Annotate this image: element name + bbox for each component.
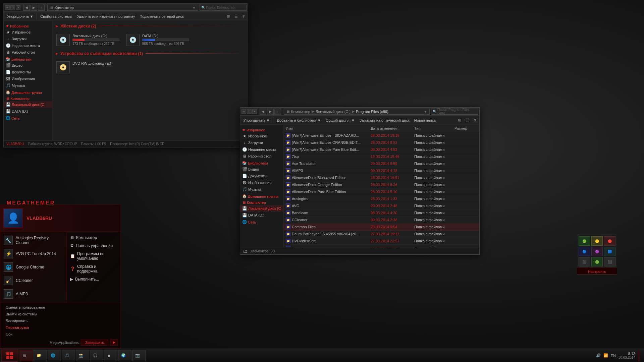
back-button-1[interactable]: ◀ xyxy=(23,5,30,11)
share-button-2[interactable]: Общий доступ ▼ xyxy=(324,117,357,124)
show-desktop-button[interactable] xyxy=(638,350,640,361)
maximize-button-1[interactable]: □ xyxy=(10,5,15,10)
start-item-auslogics[interactable]: 🔧 Auslogics Registry Cleaner xyxy=(0,234,66,247)
thumb-item-1[interactable]: 🟢 xyxy=(579,236,590,246)
c-drive-item[interactable]: 💿 Локальный диск (С:) 173 ГБ свободно из… xyxy=(55,33,121,47)
footer-logout[interactable]: Выйти из системы xyxy=(3,311,118,317)
sidebar-item-music[interactable]: 🎵 Музыка xyxy=(4,82,52,89)
sidebar-item-docs[interactable]: 📄 Документы xyxy=(4,69,52,75)
thumb-item-2[interactable]: 🟡 xyxy=(591,236,603,246)
taskbar-item-media[interactable]: 🎵 xyxy=(62,350,75,361)
dvd-drive-item[interactable]: 📀 DVD RW дисковод (E:) xyxy=(55,60,115,75)
view-icons-button-2[interactable]: ⊞ xyxy=(456,117,463,124)
tray-icon-2[interactable]: 📶 xyxy=(603,353,608,358)
properties-button-1[interactable]: Свойства системы xyxy=(38,13,74,20)
help-button-1[interactable]: ? xyxy=(240,13,247,20)
sidebar-item-d-drive[interactable]: 💾 DATA (D:) xyxy=(4,108,52,115)
w2-sidebar-d-drive[interactable]: 💾 DATA (D:) xyxy=(240,212,283,219)
col-date-header[interactable]: Дата изменения xyxy=(369,126,412,131)
taskbar-item-7[interactable]: ⏺ xyxy=(104,350,117,361)
w2-sidebar-music[interactable]: 🎵 Музыка xyxy=(240,186,283,193)
file-row[interactable]: 📁 [Win7]Alienware Eclipse –BIOHAZARD... … xyxy=(284,132,479,139)
file-row[interactable]: 📁 Bandicam 08.03.2014 4:30 Папка с файла… xyxy=(284,209,479,217)
taskbar-item-ie[interactable]: 🌐 xyxy=(48,350,61,361)
file-row[interactable]: 📁 Google 09.03.2014 19:01 Папка с файлам… xyxy=(284,245,479,247)
file-row[interactable]: 📁 AlienwareDock Orange Edition 28.03.201… xyxy=(284,181,479,188)
power-options-button[interactable]: ▶ xyxy=(110,339,118,346)
minimize-button-1[interactable]: ─ xyxy=(5,5,10,10)
thumb-item-8[interactable]: 🟢 xyxy=(591,257,603,266)
file-row[interactable]: 📁 CCleaner 09.03.2014 2:38 Папка с файла… xyxy=(284,217,479,224)
thumb-item-3[interactable]: 🔴 xyxy=(604,236,615,246)
taskbar-item-folder1[interactable]: 🖥 xyxy=(19,350,33,361)
new-folder-button-2[interactable]: Новая папка xyxy=(412,117,438,124)
thumb-item-6[interactable]: 🟦 xyxy=(604,247,615,256)
w2-sidebar-docs[interactable]: 📄 Документы xyxy=(240,173,283,179)
sidebar-item-favorites[interactable]: ★ Избранное xyxy=(4,29,52,36)
close-button-1[interactable]: ✕ xyxy=(16,5,20,10)
file-row[interactable]: 📁 [Win7]Alienware Eclipse ORANGE EDIT...… xyxy=(284,139,479,146)
organize-button-2[interactable]: Упорядочить ▼ xyxy=(241,117,272,124)
thumb-item-5[interactable]: 🟣 xyxy=(591,247,603,256)
taskbar-item-folder2[interactable]: 📁 xyxy=(34,350,47,361)
file-row[interactable]: 📁 Common Files 29.03.2014 9:54 Папка с ф… xyxy=(284,224,479,231)
w2-sidebar-images[interactable]: 🖼 Изображения xyxy=(240,179,283,186)
footer-lock[interactable]: Блокировать xyxy=(3,318,118,324)
uninstall-button-1[interactable]: Удалить или изменить программу xyxy=(75,13,137,20)
footer-restart[interactable]: Перезагрузка xyxy=(3,324,118,330)
sidebar-item-desktop[interactable]: 🖥 Рабочий стол xyxy=(4,49,52,56)
w2-sidebar-downloads[interactable]: ↓ Загрузки xyxy=(240,139,283,146)
col-size-header[interactable]: Размер xyxy=(452,126,479,131)
start-right-default-programs[interactable]: 📋 Программы по умолчанию xyxy=(67,250,120,262)
w2-favorites-group[interactable]: ★ Избранное xyxy=(240,126,283,133)
col-name-header[interactable]: Имя xyxy=(284,126,369,131)
sidebar-item-recent[interactable]: 🕐 Недавние места xyxy=(4,42,52,49)
file-row[interactable]: 📁 AIMP3 09.03.2014 4:18 Папка с файлами xyxy=(284,167,479,174)
start-button[interactable] xyxy=(1,350,18,362)
help-button-2[interactable]: ? xyxy=(472,117,478,124)
w2-network-group[interactable]: 🌐 Сеть xyxy=(240,219,283,225)
shutdown-button[interactable]: Завершить xyxy=(81,340,108,346)
start-item-ccleaner[interactable]: 🧹 CCleaner xyxy=(0,274,66,287)
thumb-item-4[interactable]: 🔵 xyxy=(579,247,590,256)
thumb-item-9[interactable]: ⬛ xyxy=(604,257,615,266)
sidebar-item-video[interactable]: 🎬 Видео xyxy=(4,62,52,69)
search-bar-1[interactable]: 🔍 Поиск: Компьютер xyxy=(200,5,247,11)
sidebar-item-c-drive[interactable]: 💾 Локальный диск (C xyxy=(4,101,52,108)
search-bar-2[interactable]: 🔍 Поиск: Program Files (x86) xyxy=(431,109,478,115)
tray-icon-1[interactable]: 🔊 xyxy=(596,353,601,358)
start-right-run[interactable]: ▶ Выполнить... xyxy=(67,275,120,283)
sidebar-libraries-group[interactable]: 📚 Библиотеки xyxy=(4,56,52,62)
start-right-help[interactable]: ❓ Справка и поддержка xyxy=(67,262,120,275)
d-drive-item[interactable]: 💿 DATA (D:) 508 ГБ свободно из 699 ГБ xyxy=(125,33,191,47)
file-row[interactable]: 📁 AlienwareDock Biohazard Edition 28.03.… xyxy=(284,174,479,181)
map-drive-button-1[interactable]: Подключить сетевой диск xyxy=(138,13,185,20)
thumb-item-7[interactable]: ⬛ xyxy=(579,257,590,266)
close-button-2[interactable]: ✕ xyxy=(252,109,257,114)
taskbar-item-photo[interactable]: 📸 xyxy=(76,350,89,361)
forward-button-2[interactable]: ▶ xyxy=(267,109,274,115)
view-icons-button-1[interactable]: ⊞ xyxy=(225,13,232,20)
sidebar-homegroup[interactable]: 🏠 Домашняя группа xyxy=(4,89,52,95)
w2-sidebar-desktop[interactable]: 🖥 Рабочий стол xyxy=(240,153,283,160)
sidebar-network-group[interactable]: 🌐 Сеть xyxy=(4,115,52,121)
w2-libraries-group[interactable]: 📚 Библиотеки xyxy=(240,160,283,166)
view-list-button-2[interactable]: ☰ xyxy=(464,117,471,124)
burn-button-2[interactable]: Записать на оптический диск xyxy=(358,117,412,124)
taskbar-item-6[interactable]: 🎧 xyxy=(90,350,103,361)
back-button-2[interactable]: ◀ xyxy=(260,109,266,115)
file-row[interactable]: 📁 7tsp 19.03.2014 19:46 Папка с файлами xyxy=(284,153,479,160)
library-button-2[interactable]: Добавить в библиотеку ▼ xyxy=(275,117,323,124)
sidebar-computer-group[interactable]: 🖥 Компьютер xyxy=(4,95,52,101)
start-item-chrome[interactable]: 🌐 Google Chrome xyxy=(0,260,66,274)
address-bar-2[interactable]: 🖥 Компьютер ▶ Локальный диск (С:) ▶ Prog… xyxy=(284,109,430,115)
minimize-button-2[interactable]: ─ xyxy=(241,109,246,114)
address-bar-1[interactable]: 🖥 Компьютер ▼ xyxy=(47,5,198,11)
start-right-control-panel[interactable]: ⚙ Панель управления xyxy=(67,242,120,250)
file-row[interactable]: 📁 [Win7]Alienware Eclipse Pure Blue Edit… xyxy=(284,146,479,153)
w2-sidebar-recent[interactable]: 🕐 Недавние места xyxy=(240,146,283,153)
w2-computer-group[interactable]: 🖥 Компьютер xyxy=(240,199,283,205)
start-item-aimp3[interactable]: 🎵 AIMP3 xyxy=(0,287,66,301)
start-right-computer[interactable]: 🖥 Компьютер xyxy=(67,234,120,242)
sidebar-favorites-group[interactable]: ★ Избранное xyxy=(4,22,52,29)
